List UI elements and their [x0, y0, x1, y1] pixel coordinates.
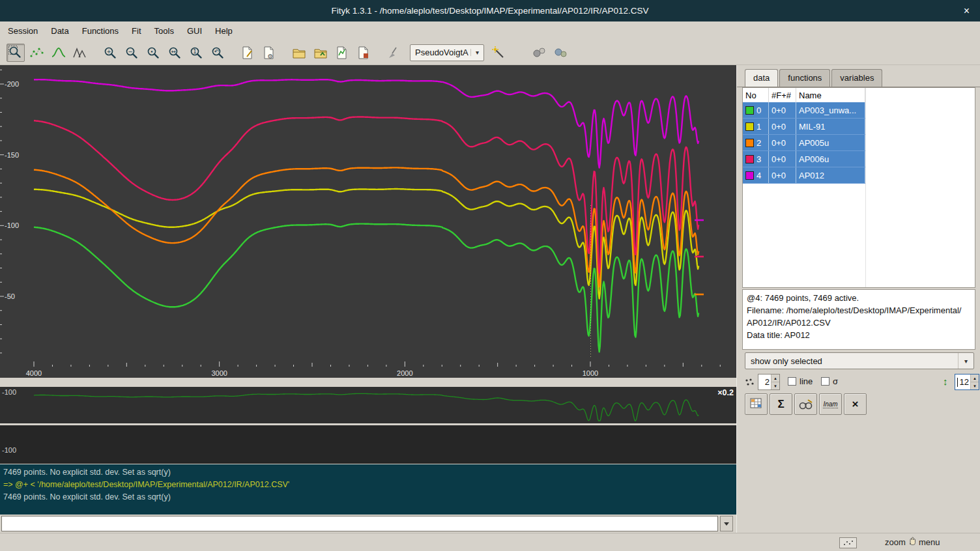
tab-functions[interactable]: functions: [779, 69, 830, 87]
svg-text:↶: ↶: [214, 48, 218, 55]
load-data-alt-button[interactable]: [311, 44, 330, 62]
dataset-color-swatch[interactable]: [745, 139, 754, 147]
dataset-row[interactable]: 10+0MIL-91: [743, 119, 866, 135]
svg-text:+: +: [106, 48, 111, 55]
menu-session[interactable]: Session: [1, 21, 44, 40]
checkbox-box[interactable]: [788, 377, 796, 386]
sigma-icon: Σ: [777, 398, 784, 411]
rename-icon: Inam: [823, 401, 837, 408]
zoom-in-button[interactable]: +: [101, 44, 119, 62]
spectrum-curve: [34, 117, 699, 274]
spinner-arrows[interactable]: ▲▼: [771, 374, 779, 389]
dataset-table[interactable]: No#F+#Name 00+0AP003_unwa...10+0MIL-9120…: [742, 87, 975, 288]
checkbox-box[interactable]: [821, 377, 829, 386]
x-tick-label: 1000: [583, 369, 598, 377]
dataset-number: 1: [743, 119, 769, 134]
close-button[interactable]: ×: [958, 0, 975, 21]
dataset-color-swatch[interactable]: [745, 106, 754, 115]
export-data-button[interactable]: [333, 44, 351, 62]
command-input[interactable]: [1, 516, 718, 531]
input-history-button[interactable]: [720, 516, 733, 531]
spin-down-icon[interactable]: ▼: [971, 382, 979, 389]
new-session-button[interactable]: [238, 44, 257, 62]
zoom-out-button[interactable]: −: [122, 44, 141, 62]
auto-add-peak-button[interactable]: [489, 44, 508, 62]
tab-data[interactable]: data: [745, 69, 778, 87]
dataset-info: @4: 7469 points, 7469 active.Filename: /…: [742, 289, 975, 350]
sum-datasets-button[interactable]: Σ: [770, 393, 792, 415]
dataset-number: 4: [743, 167, 769, 183]
zoom-previous-button[interactable]: ↶: [209, 44, 227, 62]
find-dataset-button[interactable]: [794, 393, 817, 415]
delete-dataset-button[interactable]: ×: [844, 393, 867, 415]
spinner-arrows[interactable]: ▲▼: [970, 374, 979, 389]
column-header[interactable]: #F+#: [769, 88, 796, 102]
line-checkbox[interactable]: line: [788, 376, 813, 386]
strip-background-button[interactable]: [384, 44, 403, 62]
dataset-number: 2: [743, 135, 769, 150]
spin-down-icon[interactable]: ▼: [771, 382, 779, 389]
menu-fit[interactable]: Fit: [125, 21, 147, 40]
menu-data[interactable]: Data: [44, 21, 75, 40]
dataset-name: MIL-91: [796, 119, 865, 134]
data-range-mode-button[interactable]: [28, 44, 46, 62]
spin-up-icon[interactable]: ▲: [971, 374, 979, 382]
dataset-color-swatch[interactable]: [745, 171, 754, 180]
command-input-row: [0, 515, 736, 533]
add-peak-mode-button[interactable]: [50, 44, 68, 62]
dataset-actions: Σ Inam ×: [745, 393, 867, 415]
dataset-color-swatch[interactable]: [745, 122, 754, 131]
y-tick-label: -150: [5, 151, 19, 159]
dataset-row[interactable]: 30+0AP006u: [743, 151, 866, 167]
window-title: Fityk 1.3.1 - /home/aleplo/test/Desktop/…: [332, 6, 649, 16]
dataset-row[interactable]: 00+0AP003_unwa...: [743, 102, 866, 119]
menu-functions[interactable]: Functions: [76, 21, 125, 40]
point-size-icon: [745, 378, 755, 389]
dataset-functions-count: 0+0: [769, 167, 796, 183]
dataset-row[interactable]: 20+0AP005u: [743, 135, 866, 151]
rename-dataset-button[interactable]: Inam: [819, 393, 842, 415]
zoom-100-button[interactable]: 1: [187, 44, 205, 62]
shift-spinner[interactable]: 12 ▲▼: [955, 374, 979, 390]
aux-config-button[interactable]: [839, 537, 857, 548]
show-filter-select[interactable]: show only selected ▾: [745, 352, 974, 369]
chevron-down-icon[interactable]: ▾: [470, 49, 483, 56]
zoom-all-button[interactable]: ∙: [144, 44, 162, 62]
column-header[interactable]: No: [743, 88, 769, 102]
main-plot[interactable]: 4000300020001000-200-150-100-50: [0, 65, 736, 378]
column-header[interactable]: Name: [796, 88, 865, 102]
spin-up-icon[interactable]: ▲: [771, 374, 779, 382]
dataset-color-swatch[interactable]: [745, 155, 754, 163]
menu-tools[interactable]: Tools: [148, 21, 180, 40]
aux-plot[interactable]: -100 ×0.2: [0, 387, 736, 423]
menubar: SessionDataFunctionsFitToolsGUIHelp: [0, 21, 980, 40]
activate-function-mode-button[interactable]: [71, 44, 89, 62]
tab-variables[interactable]: variables: [831, 69, 882, 87]
display-controls: 2 ▲▼ line σ ↕ 12 ▲▼: [742, 374, 977, 391]
sigma-checkbox-label: σ: [833, 376, 838, 386]
svg-text:↔: ↔: [171, 48, 175, 55]
exec-script-button[interactable]: ⚙: [260, 44, 278, 62]
sigma-checkbox[interactable]: σ: [821, 376, 838, 386]
zoom-horizontal-button[interactable]: ↔: [166, 44, 184, 62]
menu-help[interactable]: Help: [209, 21, 239, 40]
zoom-mode-button[interactable]: [7, 44, 25, 62]
save-session-button[interactable]: [354, 44, 373, 62]
load-data-button[interactable]: [290, 44, 308, 62]
statusbar: zoom menu: [0, 533, 980, 551]
info-line: AP012/IR/AP012.CSV: [747, 317, 971, 329]
output-console[interactable]: 7469 points. No explicit std. dev. Set a…: [0, 464, 736, 515]
fit-continue-button[interactable]: [552, 44, 570, 62]
menu-gui[interactable]: GUI: [180, 21, 209, 40]
shift-value: 12: [958, 377, 970, 387]
function-type-select[interactable]: PseudoVoigtA▾: [410, 44, 484, 61]
svg-text:1: 1: [193, 48, 196, 55]
point-size-spinner[interactable]: 2 ▲▼: [758, 374, 780, 390]
fit-undo-button[interactable]: [530, 44, 549, 62]
aux-plot-2[interactable]: -100: [0, 425, 736, 464]
close-icon: ×: [852, 398, 859, 411]
x-tick-label: 2000: [397, 369, 412, 377]
dataset-grid-button[interactable]: [745, 393, 768, 415]
dataset-row[interactable]: 40+0AP012: [743, 167, 866, 184]
dataset-name: AP012: [796, 167, 865, 183]
